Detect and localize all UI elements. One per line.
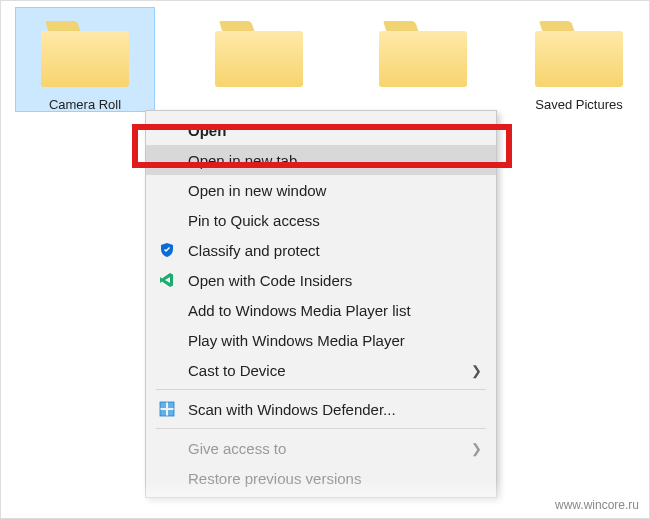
folder-icon [41,21,129,87]
folder-icon [379,21,467,87]
menu-item-classify-and-protect[interactable]: Classify and protect [146,235,496,265]
context-menu: Open Open in new tab Open in new window … [145,110,497,498]
menu-label: Open in new tab [188,152,482,169]
vscode-icon [156,271,178,289]
menu-item-cast-to-device[interactable]: Cast to Device ❯ [146,355,496,385]
defender-icon [156,400,178,418]
menu-separator [156,428,486,429]
menu-item-play-with-wmp[interactable]: Play with Windows Media Player [146,325,496,355]
blank-icon [156,181,178,199]
menu-label: Add to Windows Media Player list [188,302,482,319]
folder-label: Camera Roll [15,97,155,112]
watermark: www.wincore.ru [555,498,639,512]
folder-item[interactable]: Camera Roll [15,7,155,112]
blank-icon [156,439,178,457]
svg-rect-0 [160,402,166,408]
menu-label: Scan with Windows Defender... [188,401,482,418]
menu-label: Open [188,122,482,139]
file-explorer-area[interactable]: Camera Roll Saved Pictures Open Open in … [1,1,649,518]
svg-rect-3 [168,410,174,416]
chevron-right-icon: ❯ [471,441,482,456]
menu-label: Restore previous versions [188,470,482,487]
menu-label: Give access to [188,440,471,457]
folder-item[interactable] [353,7,493,97]
classify-icon [156,241,178,259]
menu-item-open-with-code-insiders[interactable]: Open with Code Insiders [146,265,496,295]
blank-icon [156,151,178,169]
folder-icon [535,21,623,87]
menu-label: Open in new window [188,182,482,199]
blank-icon [156,361,178,379]
menu-item-add-to-wmp-list[interactable]: Add to Windows Media Player list [146,295,496,325]
blank-icon [156,331,178,349]
menu-label: Open with Code Insiders [188,272,482,289]
menu-label: Pin to Quick access [188,212,482,229]
menu-item-open-in-new-tab[interactable]: Open in new tab [146,145,496,175]
blank-icon [156,121,178,139]
menu-item-restore-previous-versions[interactable]: Restore previous versions [146,463,496,493]
menu-item-scan-with-defender[interactable]: Scan with Windows Defender... [146,394,496,424]
menu-label: Play with Windows Media Player [188,332,482,349]
folder-item[interactable]: Saved Pictures [509,7,649,112]
menu-label: Cast to Device [188,362,471,379]
svg-rect-2 [160,410,166,416]
chevron-right-icon: ❯ [471,363,482,378]
folder-item[interactable] [189,7,329,97]
blank-icon [156,211,178,229]
folder-icon [215,21,303,87]
blank-icon [156,301,178,319]
menu-item-pin-to-quick-access[interactable]: Pin to Quick access [146,205,496,235]
blank-icon [156,469,178,487]
menu-item-open[interactable]: Open [146,115,496,145]
folder-label: Saved Pictures [509,97,649,112]
menu-item-give-access-to[interactable]: Give access to ❯ [146,433,496,463]
svg-rect-1 [168,402,174,408]
menu-label: Classify and protect [188,242,482,259]
menu-item-open-in-new-window[interactable]: Open in new window [146,175,496,205]
menu-separator [156,389,486,390]
